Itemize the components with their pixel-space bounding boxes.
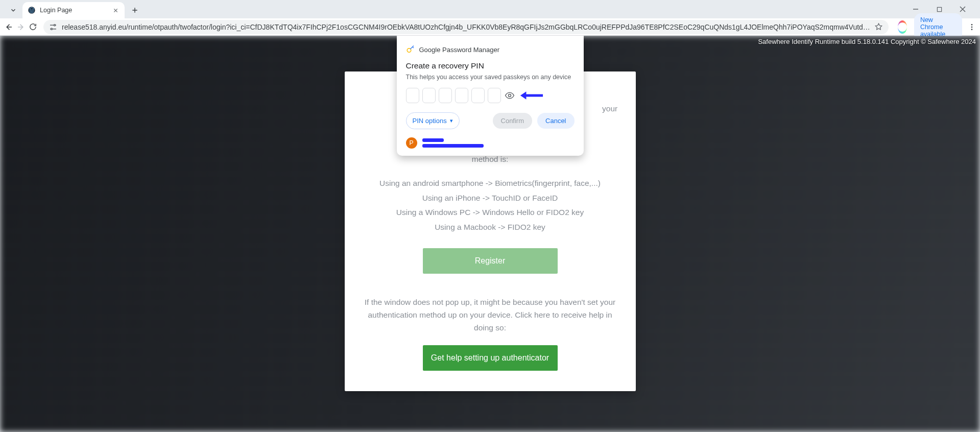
svg-point-3 xyxy=(51,28,53,30)
password-manager-dialog: Google Password Manager Create a recover… xyxy=(397,36,584,156)
svg-point-5 xyxy=(971,26,972,28)
more-vert-icon xyxy=(968,23,976,31)
tab-close-button[interactable] xyxy=(111,6,119,14)
svg-point-8 xyxy=(508,94,511,97)
help-button[interactable]: Get help setting up authenticator xyxy=(423,345,558,371)
browser-toolbar: release518.anyid.eu/runtime/otpauth/twof… xyxy=(0,18,980,36)
reload-icon xyxy=(29,22,37,31)
nav-forward-button xyxy=(16,19,26,35)
star-icon xyxy=(874,22,883,31)
chevron-down-icon: ▾ xyxy=(450,117,453,124)
minimize-icon xyxy=(913,6,919,12)
method-mac: Using a Macbook -> FIDO2 key xyxy=(362,221,618,234)
gpm-user-row: P xyxy=(406,137,575,149)
method-windows: Using a Windows PC -> Windows Hello or F… xyxy=(362,206,618,219)
arrow-left-icon xyxy=(4,22,13,32)
tab-favicon-icon xyxy=(28,6,36,14)
annotation-arrow xyxy=(519,90,544,103)
tab-search-dropdown[interactable] xyxy=(7,4,19,16)
url-text: release518.anyid.eu/runtime/otpauth/twof… xyxy=(62,23,870,31)
arrow-right-icon xyxy=(16,22,26,32)
new-tab-button[interactable] xyxy=(128,3,142,17)
close-icon xyxy=(113,8,118,13)
gpm-title: Create a recovery PIN xyxy=(406,61,575,70)
pin-options-button[interactable]: PIN options ▾ xyxy=(406,112,460,129)
pin-digit-1[interactable] xyxy=(406,88,419,103)
gpm-label: Google Password Manager xyxy=(419,46,500,54)
chevron-down-icon xyxy=(10,7,17,14)
method-android: Using an android smartphone -> Biometric… xyxy=(362,177,618,190)
toggle-pin-visibility[interactable] xyxy=(504,90,515,101)
pin-digit-4[interactable] xyxy=(455,88,468,103)
pin-digit-2[interactable] xyxy=(422,88,436,103)
site-info-button[interactable] xyxy=(49,22,58,32)
build-banner: Safewhere Identify Runtime build 5.18.0.… xyxy=(758,38,976,45)
profile-avatar-icon xyxy=(898,22,907,32)
svg-point-6 xyxy=(971,29,972,30)
gpm-key-icon xyxy=(406,45,415,54)
nav-reload-button[interactable] xyxy=(29,19,37,35)
help-text: If the window does not pop up, it might … xyxy=(362,296,618,334)
auth-methods-list: Using an android smartphone -> Biometric… xyxy=(362,177,618,234)
user-redacted xyxy=(422,138,484,148)
gpm-subtitle: This helps you access your saved passkey… xyxy=(406,74,575,81)
close-icon xyxy=(960,6,966,12)
profile-button[interactable] xyxy=(898,20,907,34)
pin-digit-3[interactable] xyxy=(439,88,452,103)
bookmark-button[interactable] xyxy=(874,22,883,32)
svg-rect-1 xyxy=(937,7,941,11)
svg-point-2 xyxy=(54,24,56,26)
browser-tab-strip: Login Page xyxy=(0,0,980,18)
register-button[interactable]: Register xyxy=(423,248,558,274)
tune-icon xyxy=(49,22,58,32)
browser-menu-button[interactable] xyxy=(967,19,976,35)
nav-back-button[interactable] xyxy=(4,19,13,35)
intro-line2-end: method is: xyxy=(472,155,509,163)
pin-digit-6[interactable] xyxy=(488,88,501,103)
pin-digit-5[interactable] xyxy=(471,88,485,103)
plus-icon xyxy=(131,7,138,14)
user-avatar: P xyxy=(406,137,417,149)
confirm-button[interactable]: Confirm xyxy=(493,113,533,129)
method-iphone: Using an iPhone -> TouchID or FaceID xyxy=(362,192,618,205)
pin-options-label: PIN options xyxy=(413,117,447,125)
cancel-button[interactable]: Cancel xyxy=(537,113,574,129)
tab-title: Login Page xyxy=(40,7,107,14)
eye-icon xyxy=(505,90,515,101)
pin-input-row xyxy=(406,88,575,103)
address-bar[interactable]: release518.anyid.eu/runtime/otpauth/twof… xyxy=(43,20,889,34)
maximize-icon xyxy=(937,7,942,12)
svg-point-4 xyxy=(971,24,972,26)
page-viewport: Safewhere Identify Runtime build 5.18.0.… xyxy=(0,36,980,432)
browser-tab[interactable]: Login Page xyxy=(22,2,125,18)
